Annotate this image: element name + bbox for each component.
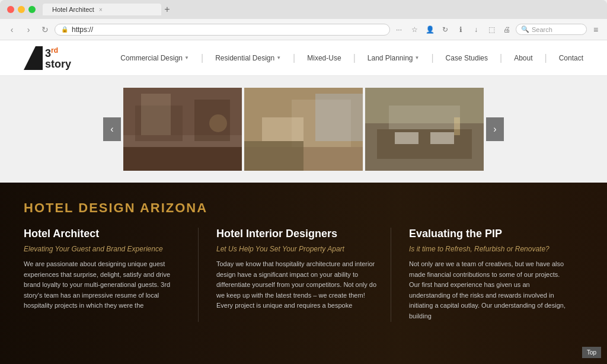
nav-label-commercial: Commercial Design — [120, 54, 183, 62]
browser-toolbar: ‹ › ↻ 🔒 https:// ··· ☆ 👤 ↻ ℹ ↓ ⬚ 🖨 🔍 Sea… — [0, 19, 607, 40]
nav-divider-3: | — [353, 53, 356, 63]
refresh2-icon[interactable]: ↻ — [439, 23, 452, 36]
download-icon[interactable]: ↓ — [469, 23, 483, 36]
nav-arrow-land: ▼ — [415, 55, 420, 60]
traffic-light-yellow[interactable] — [18, 6, 25, 13]
section-tag: HOTEL DESIGN ARIZONA — [24, 200, 583, 216]
logo-text: 3rd story — [45, 47, 71, 69]
traffic-light-red[interactable] — [7, 6, 14, 13]
carousel-next-button[interactable]: › — [486, 117, 504, 141]
top-button[interactable]: Top — [582, 347, 601, 358]
carousel-wrapper: ‹ — [103, 88, 504, 171]
forward-button[interactable]: › — [21, 23, 36, 37]
carousel-image-2 — [244, 88, 363, 171]
col-subtitle-2: Let Us Help You Set Your Property Apart — [216, 245, 379, 253]
svg-rect-6 — [123, 147, 242, 171]
nav-label-residential: Residential Design — [215, 54, 274, 62]
nav-divider-4: | — [431, 53, 433, 63]
svg-rect-20 — [395, 132, 418, 144]
column-hotel-interior: Hotel Interior Designers Let Us Help You… — [216, 228, 391, 322]
svg-rect-1 — [36, 46, 43, 70]
logo-word: story — [45, 59, 71, 69]
carousel-image-1 — [123, 88, 242, 171]
info-icon[interactable]: ℹ — [454, 23, 467, 36]
address-bar[interactable]: 🔒 https:// — [55, 24, 390, 36]
print-icon[interactable]: 🖨 — [500, 23, 513, 36]
col-title-1: Hotel Architect — [24, 228, 186, 240]
search-placeholder: Search — [532, 26, 552, 33]
search-icon: 🔍 — [521, 25, 529, 33]
tab-close-button[interactable]: × — [99, 7, 103, 13]
nav-label-contact: Contact — [559, 54, 583, 62]
col-subtitle-1: Elevating Your Guest and Brand Experienc… — [24, 245, 186, 253]
nav-item-residential[interactable]: Residential Design ▼ — [215, 54, 281, 62]
col-text-2: Today we know that hospitality architect… — [216, 259, 379, 311]
new-tab-button[interactable]: + — [161, 4, 173, 15]
svg-rect-21 — [430, 132, 454, 144]
toolbar-actions: ··· ☆ 👤 ↻ ℹ ↓ ⬚ 🖨 — [392, 23, 513, 36]
screenshot-icon[interactable]: ⬚ — [485, 23, 498, 36]
tab-title: Hotel Architect — [52, 6, 94, 13]
nav-item-commercial[interactable]: Commercial Design ▼ — [120, 54, 189, 62]
profile-icon[interactable]: 👤 — [423, 23, 436, 36]
svg-rect-14 — [315, 94, 363, 141]
carousel-prev-button[interactable]: ‹ — [103, 117, 121, 141]
nav-menu: Commercial Design ▼ | Residential Design… — [120, 53, 583, 63]
col-subtitle-3: Is it time to Refresh, Refurbish or Reno… — [409, 245, 571, 253]
browser-menu-button[interactable]: ≡ — [589, 23, 602, 36]
carousel-section: ‹ — [0, 76, 607, 183]
nav-label-land: Land Planning — [368, 54, 413, 62]
col-title-3: Evaluating the PIP — [409, 228, 571, 240]
nav-divider-6: | — [544, 53, 547, 63]
column-hotel-architect: Hotel Architect Elevating Your Guest and… — [24, 228, 199, 322]
col-text-3: Not only are we a team of creatives, but… — [409, 259, 571, 322]
svg-rect-12 — [244, 141, 304, 171]
col-title-2: Hotel Interior Designers — [216, 228, 379, 240]
nav-divider-2: | — [293, 53, 295, 63]
lower-content: HOTEL DESIGN ARIZONA Hotel Architect Ele… — [24, 200, 583, 322]
lower-section: HOTEL DESIGN ARIZONA Hotel Architect Ele… — [0, 183, 607, 364]
refresh-button[interactable]: ↻ — [38, 23, 52, 37]
svg-point-8 — [209, 114, 227, 132]
nav-arrow-commercial: ▼ — [184, 55, 189, 60]
back-button[interactable]: ‹ — [5, 23, 19, 37]
nav-label-about: About — [514, 54, 532, 62]
nav-item-land[interactable]: Land Planning ▼ — [368, 54, 420, 62]
columns-wrapper: Hotel Architect Elevating Your Guest and… — [24, 228, 583, 322]
nav-label-mixed: Mixed-Use — [307, 54, 341, 62]
site-navigation: 3rd story Commercial Design ▼ | Resident… — [0, 40, 607, 76]
lock-icon: 🔒 — [61, 26, 68, 33]
nav-item-about[interactable]: About — [514, 54, 532, 62]
nav-divider-1: | — [201, 53, 203, 63]
carousel-images — [123, 88, 484, 171]
more-icon[interactable]: ··· — [392, 23, 405, 36]
svg-rect-19 — [365, 88, 484, 123]
traffic-light-green[interactable] — [28, 6, 36, 13]
nav-label-case: Case Studies — [446, 54, 488, 62]
carousel-image-3 — [365, 88, 484, 171]
bookmark-icon[interactable]: ☆ — [408, 23, 421, 36]
nav-item-mixed[interactable]: Mixed-Use — [307, 54, 341, 62]
nav-divider-5: | — [500, 53, 502, 63]
nav-item-case[interactable]: Case Studies — [446, 54, 488, 62]
logo-icon — [24, 46, 43, 70]
traffic-lights — [7, 6, 36, 13]
browser-tab[interactable]: Hotel Architect × — [43, 4, 161, 15]
site-logo[interactable]: 3rd story — [24, 46, 71, 70]
svg-rect-13 — [262, 117, 304, 141]
svg-rect-7 — [141, 94, 171, 135]
website-content: 3rd story Commercial Design ▼ | Resident… — [0, 40, 607, 364]
nav-item-contact[interactable]: Contact — [559, 54, 583, 62]
nav-arrow-residential: ▼ — [276, 55, 281, 60]
logo-number: 3 — [45, 47, 51, 59]
svg-rect-22 — [454, 117, 460, 135]
column-pip: Evaluating the PIP Is it time to Refresh… — [409, 228, 583, 322]
svg-marker-0 — [24, 46, 36, 70]
browser-titlebar: Hotel Architect × + — [0, 0, 607, 19]
search-bar[interactable]: 🔍 Search — [516, 24, 587, 35]
col-text-1: We are passionate about designing unique… — [24, 259, 186, 311]
logo-superscript: rd — [51, 46, 58, 55]
browser-chrome: Hotel Architect × + ‹ › ↻ 🔒 https:// ···… — [0, 0, 607, 40]
url-text: https:// — [72, 25, 384, 34]
